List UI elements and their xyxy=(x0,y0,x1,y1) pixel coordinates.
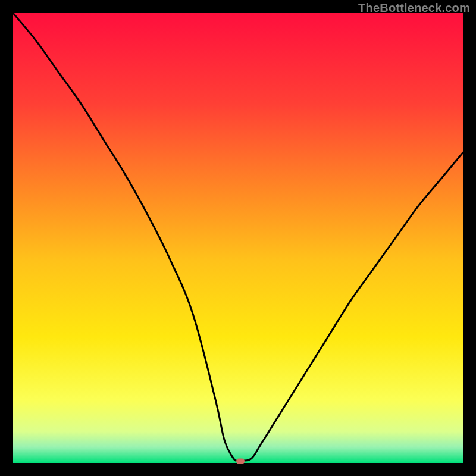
chart-stage: TheBottleneck.com xyxy=(0,0,476,476)
svg-rect-0 xyxy=(13,13,463,463)
watermark-text: TheBottleneck.com xyxy=(358,1,470,15)
gradient-background xyxy=(13,13,463,463)
optimum-marker xyxy=(236,458,245,464)
plot-area xyxy=(13,13,463,463)
bottleneck-curve xyxy=(13,13,463,463)
